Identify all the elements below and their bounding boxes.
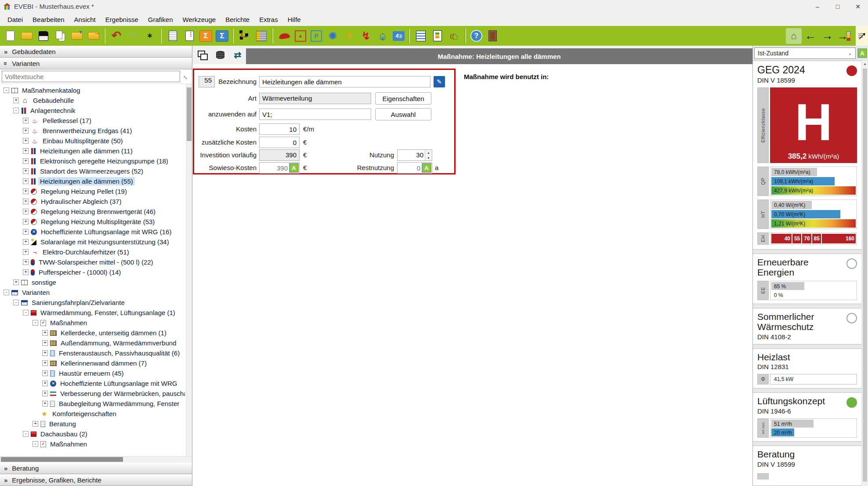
document-values-icon[interactable] bbox=[181, 28, 197, 44]
anzuwenden-input[interactable] bbox=[259, 109, 371, 120]
tree-item[interactable]: + Solaranlage mit Heizungsunterstützung … bbox=[0, 237, 185, 247]
tree-expander[interactable]: - bbox=[13, 300, 19, 305]
tree-item[interactable]: - Maßnahmenkatalog bbox=[0, 85, 185, 95]
back-icon[interactable]: ← bbox=[803, 28, 818, 44]
tree-expander[interactable]: - bbox=[4, 290, 9, 295]
import-icon[interactable] bbox=[69, 28, 85, 44]
maximize-button[interactable]: □ bbox=[828, 0, 848, 13]
energy-certificate-icon[interactable] bbox=[430, 28, 445, 44]
plant-technology-icon[interactable]: P bbox=[311, 30, 322, 42]
menu-item[interactable]: Hilfe bbox=[283, 16, 306, 23]
tree-expander[interactable]: - bbox=[23, 431, 29, 437]
transfer-icon[interactable]: ⇄ bbox=[231, 48, 244, 62]
tree-expander[interactable]: + bbox=[42, 340, 48, 346]
tree-expander[interactable]: - bbox=[13, 108, 19, 113]
database-icon[interactable] bbox=[213, 48, 227, 62]
tree-expander[interactable]: + bbox=[23, 158, 29, 164]
home-icon[interactable]: ⌂ bbox=[786, 28, 802, 44]
tree-expander[interactable]: + bbox=[23, 219, 29, 225]
tree-item[interactable]: + Baubegleitung Wärmedämmung, Fenster bbox=[0, 399, 185, 409]
tree-item[interactable]: - ✓ Maßnahmen bbox=[0, 318, 185, 328]
solar-icon[interactable]: ☀ bbox=[341, 28, 357, 44]
auto-badge[interactable]: A bbox=[289, 163, 298, 172]
tree-item[interactable]: + Regelung Heizung Pellet (19) bbox=[0, 186, 185, 196]
tree-expander[interactable]: + bbox=[23, 168, 29, 174]
structure-icon[interactable] bbox=[237, 28, 253, 44]
tree-expander[interactable]: + bbox=[42, 360, 48, 366]
tree-item[interactable]: + Kellerinnenwand dämmen (7) bbox=[0, 358, 185, 368]
exit-icon[interactable] bbox=[485, 28, 500, 44]
tree-expander[interactable]: + bbox=[23, 138, 29, 144]
tree-item[interactable]: - ✓ Maßnahmen bbox=[0, 439, 185, 449]
tree-item[interactable]: - Varianten bbox=[0, 287, 185, 297]
scrollbar-thumb[interactable] bbox=[187, 87, 192, 141]
save-icon[interactable] bbox=[36, 28, 51, 44]
scrollbar-thumb[interactable] bbox=[863, 69, 867, 482]
toolbar-icon[interactable] bbox=[272, 29, 273, 44]
tree-item[interactable]: + Beratung bbox=[0, 419, 185, 429]
ventilation-icon[interactable]: ✺ bbox=[325, 28, 340, 44]
new-file-icon[interactable] bbox=[2, 28, 18, 44]
sum-orange-icon[interactable]: Σ bbox=[199, 30, 212, 42]
panel-beratung[interactable]: » Beratung bbox=[0, 462, 192, 474]
construction-layers-icon[interactable] bbox=[253, 28, 269, 44]
toolbar-icon[interactable] bbox=[409, 29, 410, 44]
tree-expander[interactable]: - bbox=[4, 87, 9, 93]
tree-item[interactable]: ★ Komforteigenschaften bbox=[0, 409, 185, 419]
tree-item[interactable]: - Dachausbau (2) bbox=[0, 429, 185, 439]
redo-icon[interactable]: ↷ bbox=[125, 28, 141, 44]
tree-item[interactable]: + ⌐ Elektro-Durchlauferhitzer (51) bbox=[0, 247, 185, 257]
tree-expander[interactable]: + bbox=[23, 118, 29, 123]
menu-item[interactable]: Ansicht bbox=[69, 16, 101, 23]
tree-item[interactable]: + Verbesserung der Wärmebrücken, pauscha… bbox=[0, 388, 185, 399]
tree-item[interactable]: + Fensteraustausch, Passivhausqualität (… bbox=[0, 348, 185, 358]
economy-icon[interactable]: ⌂ bbox=[375, 28, 391, 44]
results-scrollbar[interactable]: ▲ bbox=[861, 61, 868, 486]
tree-item[interactable]: + Standort des Wärmeerzeugers (52) bbox=[0, 166, 185, 176]
tree-expander[interactable]: + bbox=[42, 401, 48, 406]
tree-item[interactable]: + Elektronisch geregelte Heizungspumpe (… bbox=[0, 156, 185, 166]
tree-expander[interactable]: + bbox=[23, 259, 29, 265]
tree-expander[interactable]: + bbox=[23, 189, 29, 194]
tree-expander[interactable]: + bbox=[13, 98, 19, 103]
help-icon[interactable]: ? bbox=[470, 30, 482, 42]
close-button[interactable]: ✕ bbox=[848, 0, 868, 13]
tree-item[interactable]: - Wärmedämmung, Fenster, Lüftungsanlage … bbox=[0, 308, 185, 318]
tree-item[interactable]: + TWW-Solarspeicher mittel - (500 l) (22… bbox=[0, 257, 185, 267]
tree-item[interactable]: + ♨ Pelletkessel (17) bbox=[0, 116, 185, 126]
tree-expander[interactable]: + bbox=[42, 381, 48, 386]
magic-wand-icon[interactable]: ✶ bbox=[142, 28, 158, 44]
tree-item[interactable]: + Heizleitungen alle dämmen (11) bbox=[0, 146, 185, 156]
panel-ergebnisse[interactable]: » Ergebnisse, Grafiken, Berichte bbox=[0, 474, 192, 486]
menu-item[interactable]: Datei bbox=[3, 16, 28, 23]
bezeichnung-input[interactable] bbox=[259, 76, 430, 87]
menu-item[interactable]: Werkzeuge bbox=[178, 16, 221, 23]
tree-item[interactable]: + Regelung Heizung Multisplitgeräte (53) bbox=[0, 217, 185, 227]
export-icon[interactable] bbox=[86, 28, 101, 44]
tree-expander[interactable]: + bbox=[23, 199, 29, 204]
zusatz-kosten-input[interactable] bbox=[259, 137, 300, 148]
copy-icon[interactable] bbox=[52, 28, 68, 44]
tree-expander[interactable]: + bbox=[23, 128, 29, 134]
district-heating-icon[interactable]: 4 bbox=[393, 31, 405, 41]
menu-item[interactable]: Berichte bbox=[221, 16, 254, 23]
panel-gebaeudedaten[interactable]: » Gebäudedaten bbox=[0, 46, 192, 58]
scroll-up-icon[interactable]: ▲ bbox=[862, 62, 868, 66]
tree-horizontal-scrollbar[interactable] bbox=[0, 456, 192, 462]
tree-expander[interactable]: - bbox=[33, 320, 38, 326]
toolbar-icon[interactable] bbox=[465, 29, 466, 44]
goto-result-icon[interactable]: → bbox=[836, 28, 852, 44]
sum-blue-icon[interactable]: Σ bbox=[216, 30, 228, 42]
toolbar-icon[interactable] bbox=[105, 29, 105, 44]
tree-item[interactable]: - Sanierungsfahrplan/Zielvariante bbox=[0, 297, 185, 308]
tree-item[interactable]: - Anlagentechnik bbox=[0, 105, 185, 116]
fulltext-search-input[interactable] bbox=[2, 71, 180, 82]
tree-item[interactable]: + Hydraulischer Abgleich (37) bbox=[0, 196, 185, 207]
menu-item[interactable]: Ergebnisse bbox=[101, 16, 143, 23]
tree-expander[interactable]: + bbox=[42, 330, 48, 336]
eigenschaften-button[interactable]: Eigenschaften bbox=[375, 92, 431, 105]
heating-icon[interactable]: ▲ bbox=[295, 30, 306, 42]
tree-expander[interactable]: + bbox=[23, 249, 29, 255]
panel-varianten[interactable]: » Varianten bbox=[0, 58, 192, 69]
tree-item[interactable]: + Außendämmung, Wärmedämmverbund bbox=[0, 338, 185, 348]
